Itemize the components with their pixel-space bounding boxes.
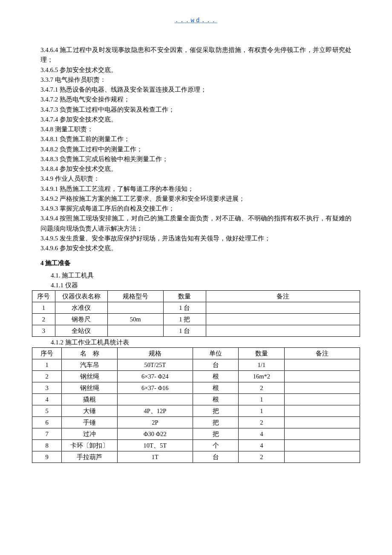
paragraph: 3.4.9.1 熟悉施工工艺流程，了解每道工序的本卷须知； xyxy=(40,184,352,194)
cell xyxy=(285,359,360,371)
cell: 50m xyxy=(107,314,163,325)
cell: 大锤 xyxy=(62,405,118,417)
cell xyxy=(107,302,163,314)
col-spec: 规格 xyxy=(117,348,193,359)
cell: 2 xyxy=(239,451,285,463)
paragraph: 3.4.8.2 负责施工过程中的测量工作； xyxy=(40,145,352,154)
paragraph: 3.4.9.5 发生质量、安全事故应保护好现场，并迅速告知有关领导，做好处理工作… xyxy=(40,234,352,243)
cell: 16m*2 xyxy=(239,371,285,382)
tools-table: 序号 名 称 规格 单位 数量 备注 1 汽车吊 50T/25T 台 1/1 2… xyxy=(32,347,360,463)
cell: 2 xyxy=(239,417,285,428)
paragraph: 3.4.9.6 参加安全技术交底。 xyxy=(40,243,352,253)
paragraph: 3.4.6.5 参加安全技术交底。 xyxy=(40,65,352,75)
cell xyxy=(206,302,360,314)
col-seq: 序号 xyxy=(32,291,55,302)
table-row: 1 汽车吊 50T/25T 台 1/1 xyxy=(32,359,360,371)
cell: 手拉葫芦 xyxy=(62,451,118,463)
cell: 1 xyxy=(239,394,285,405)
col-qty: 数量 xyxy=(239,348,285,359)
cell: 4P、12P xyxy=(117,405,193,417)
body-text-block: 3.4.6.4 施工过程中及时发现事故隐患和不安全因素，催促采取防患措施，有权责… xyxy=(40,45,352,253)
cell: 1 把 xyxy=(163,314,206,325)
cell: 汽车吊 xyxy=(62,359,118,371)
cell: 1 台 xyxy=(163,302,206,314)
cell: 1 xyxy=(32,359,62,371)
paragraph: 3.3.7 电气操作员职责： xyxy=(40,75,352,85)
paragraph: 3.4.8.1 负责施工前的测量工作； xyxy=(40,134,352,144)
cell xyxy=(206,325,360,337)
col-qty: 数量 xyxy=(163,291,206,302)
paragraph: 3.4.7.4 参加安全技术交底。 xyxy=(40,115,352,124)
paragraph: 3.4.9 作业人员职责： xyxy=(40,174,352,184)
table-header-row: 序号 名 称 规格 单位 数量 备注 xyxy=(32,348,360,359)
cell: 2 xyxy=(32,314,55,325)
cell: 个 xyxy=(193,440,239,451)
subsection-4-1: 4.1. 施工工机具 xyxy=(40,272,352,280)
cell: 1 xyxy=(32,302,55,314)
cell xyxy=(285,394,360,405)
cell: 4 xyxy=(239,440,285,451)
paragraph: 3.4.8 测量工职责： xyxy=(40,124,352,134)
table-row: 3 钢丝绳 6×37- Φ16 根 2 xyxy=(32,382,360,394)
cell: 手锤 xyxy=(62,417,118,428)
cell: 4 xyxy=(32,394,62,405)
cell: 1 台 xyxy=(163,325,206,337)
cell xyxy=(206,314,360,325)
subsection-4-1-1: 4.1.1 仪器 xyxy=(40,281,352,289)
cell: 撬棍 xyxy=(62,394,118,405)
table-row: 8 卡环〔卸扣〕 10T、5T 个 4 xyxy=(32,440,360,451)
cell xyxy=(285,382,360,394)
cell: 1/1 xyxy=(239,359,285,371)
cell: 卡环〔卸扣〕 xyxy=(62,440,118,451)
col-seq: 序号 xyxy=(32,348,62,359)
cell: 2 xyxy=(239,382,285,394)
col-unit: 单位 xyxy=(193,348,239,359)
cell xyxy=(285,451,360,463)
cell: 把 xyxy=(193,417,239,428)
cell: 6×37- Φ16 xyxy=(117,382,193,394)
col-spec: 规格型号 xyxy=(107,291,163,302)
table-row: 2 钢丝绳 6×37- Φ24 根 16m*2 xyxy=(32,371,360,382)
cell: 台 xyxy=(193,451,239,463)
header-watermark: ...wd... xyxy=(40,17,352,24)
paragraph: 3.4.9.3 掌握完成每道工序后的自检及交接工作； xyxy=(40,204,352,214)
cell: 把 xyxy=(193,428,239,440)
cell: 3 xyxy=(32,325,55,337)
paragraph: 3.4.9.2 严格按施工方案的施工工艺要求、质量要求和安全环境要求进展； xyxy=(40,194,352,204)
col-name: 仪器仪表名称 xyxy=(55,291,107,302)
cell: 过冲 xyxy=(62,428,118,440)
table-row: 3 全站仪 1 台 xyxy=(32,325,360,337)
cell: 水准仪 xyxy=(55,302,107,314)
col-remark: 备注 xyxy=(206,291,360,302)
cell: 50T/25T xyxy=(117,359,193,371)
cell xyxy=(117,394,193,405)
cell: 把 xyxy=(193,405,239,417)
cell: Φ30 Φ22 xyxy=(117,428,193,440)
cell: 6×37- Φ24 xyxy=(117,371,193,382)
cell: 台 xyxy=(193,359,239,371)
col-name: 名 称 xyxy=(62,348,118,359)
cell: 4 xyxy=(239,428,285,440)
cell: 1 xyxy=(239,405,285,417)
cell: 根 xyxy=(193,382,239,394)
cell: 根 xyxy=(193,394,239,405)
paragraph: 3.4.8.3 负责施工完成后检验中相关测量工作； xyxy=(40,154,352,164)
cell: 8 xyxy=(32,440,62,451)
paragraph: 3.4.7.3 负责施工过程中电器的安装及检查工作； xyxy=(40,105,352,115)
cell: 7 xyxy=(32,428,62,440)
cell: 9 xyxy=(32,451,62,463)
cell xyxy=(285,417,360,428)
table-row: 2 钢卷尺 50m 1 把 xyxy=(32,314,360,325)
cell: 5 xyxy=(32,405,62,417)
cell: 钢丝绳 xyxy=(62,371,118,382)
cell: 钢卷尺 xyxy=(55,314,107,325)
cell: 2P xyxy=(117,417,193,428)
instruments-table: 序号 仪器仪表名称 规格型号 数量 备注 1 水准仪 1 台 2 钢卷尺 50m… xyxy=(32,290,360,337)
subsection-4-1-2: 4.1.2 施工作业工机具统计表 xyxy=(40,338,352,347)
cell xyxy=(285,428,360,440)
paragraph: 3.4.8.4 参加安全技术交底。 xyxy=(40,164,352,174)
cell xyxy=(107,325,163,337)
table-row: 5 大锤 4P、12P 把 1 xyxy=(32,405,360,417)
paragraph: 3.4.7.2 熟悉电气安全操作规程； xyxy=(40,95,352,104)
table-row: 1 水准仪 1 台 xyxy=(32,302,360,314)
